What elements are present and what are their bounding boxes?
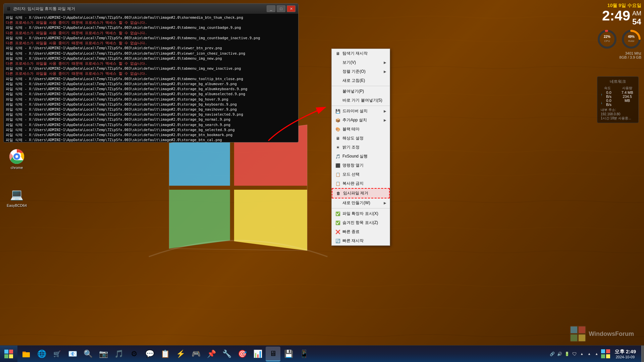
taskbar-app-msg[interactable]: 💬: [142, 347, 157, 361]
taskbar-app-notes[interactable]: 📋: [158, 347, 172, 361]
ctx-item-fxsound[interactable]: 🎵FxSound 실행: [332, 152, 390, 161]
tray-antivirus[interactable]: 🛡: [572, 351, 578, 357]
ctx-item-paste-shortcut[interactable]: 바로 가기 붙여넣기(S): [332, 96, 390, 105]
terminal-maximize[interactable]: □: [277, 5, 285, 12]
ctx-label-driver-install: 드라이버 설치: [342, 108, 382, 114]
terminal-line-8: 파일 삭제 - X:\Users\ADMINI~1\AppData\Local\…: [6, 56, 296, 61]
upload-arrow: ↑: [601, 93, 603, 97]
ctx-label-new: 새로 만들기(W): [342, 200, 382, 206]
tray-date: 2024-10-09: [614, 355, 636, 359]
taskbar-app-mail[interactable]: 📧: [65, 347, 80, 361]
ctx-separator-19: [332, 208, 390, 208]
ctx-item-black-theme[interactable]: 🎨블랙 테마: [332, 125, 390, 134]
tray-clock[interactable]: 오후 2:49 2024-10-09: [612, 349, 639, 359]
ctx-icon-fxsound: 🎵: [335, 154, 340, 159]
windows-forum-watermark: WindowsForum: [570, 326, 634, 342]
desktop: WindowsForum 🎬 OKR플레이어 Reflect실행 E: [0, 0, 644, 362]
ctx-item-temp-remove[interactable]: 🗑임시파일 제거: [332, 188, 390, 198]
terminal-titlebar: 🖥 관리자: 임시파일 휴지통 파일 제거 _ □ ✕: [4, 4, 298, 14]
easybcd-icon: 💻: [9, 186, 25, 202]
tray-battery[interactable]: 🔋: [564, 351, 570, 357]
taskbar-app-terminal[interactable]: 🖥: [266, 347, 280, 361]
ctx-icon-quick-restart: 🔄: [335, 238, 340, 244]
taskbar-pinned-apps: 🌐 🛒 📧 🔍 📷 🎵 ⚙ 💬 📋 ⚡ 🎮 📌 🔧 🎯 📊 🖥 💾 📱: [17, 346, 313, 362]
color-sq-yellow: [606, 354, 610, 358]
ctx-icon-paste-shortcut: [335, 98, 340, 103]
ctx-item-quick-restart[interactable]: 🔄빠른 재시작: [332, 236, 390, 245]
taskbar-app-disk[interactable]: 💾: [281, 347, 296, 361]
ctx-label-resolution: 해상도 설정: [342, 135, 386, 141]
ctx-item-driver-install[interactable]: 💾드라이버 설치▶: [332, 107, 390, 116]
network-panel: 네트워크 속도 ↑ 0.0 B/s ↓ 0.0 B/s 사용량 7.4 MB: [597, 76, 639, 123]
usage-label: 사용량: [620, 86, 635, 90]
ctx-item-cmd-open[interactable]: ⬛명령창 열기: [332, 161, 390, 170]
ctx-item-new[interactable]: 새로 만들기(W)▶: [332, 198, 390, 207]
taskbar-app-files[interactable]: [19, 347, 34, 361]
ctx-item-add-app[interactable]: 📦추가App 설치▶: [332, 116, 390, 125]
svg-rect-6: [579, 335, 585, 341]
ctx-item-duplicate-stop[interactable]: 📋복사완 금지: [332, 179, 390, 188]
tray-app2[interactable]: ▲: [586, 351, 592, 357]
tray-time: 오후 2:49: [614, 349, 636, 355]
terminal-minimize[interactable]: _: [267, 5, 275, 12]
taskbar-app-photos[interactable]: 📷: [96, 347, 111, 361]
ctx-item-show-hidden[interactable]: ✅숨겨진 항목 표시(Z): [332, 218, 390, 227]
ctx-arrow-view: ▶: [384, 61, 386, 64]
tray-app1[interactable]: ▲: [579, 351, 585, 357]
show-desktop-button[interactable]: [641, 346, 644, 362]
ctx-item-resolution[interactable]: 🖥해상도 설정: [332, 134, 390, 143]
terminal-line-22: 파일 삭제 - X:\Users\ADMINI~1\AppData\Local\…: [6, 127, 296, 132]
ctx-icon-mode-select: 📋: [335, 172, 340, 177]
taskbar-app-settings[interactable]: ⚙: [127, 347, 142, 361]
ram-gauge: 49% RAM: [621, 29, 641, 49]
terminal-line-10: 파일 삭제 - X:\Users\ADMINI~1\AppData\Local\…: [6, 66, 296, 71]
ctx-item-brightness[interactable]: ☀밝기 조정: [332, 143, 390, 152]
ctx-item-mode-select[interactable]: 📋모드 선택: [332, 170, 390, 179]
resource-monitors: 22% CPU 49% RAM: [597, 29, 641, 49]
ctx-arrow-new: ▶: [384, 201, 386, 205]
svg-point-16: [599, 31, 615, 48]
terminal-close[interactable]: ✕: [287, 5, 296, 12]
taskbar-app-pin[interactable]: 📌: [204, 347, 219, 361]
taskbar-app-mobile[interactable]: 📱: [297, 347, 311, 361]
taskbar-app-ie[interactable]: 🌐: [34, 347, 49, 361]
tray-volume[interactable]: 🔊: [557, 351, 563, 357]
start-button[interactable]: [0, 346, 17, 362]
terminal-title: 관리자: 임시파일 휴지통 파일 제거: [13, 6, 265, 12]
ctx-item-quick-exit[interactable]: ❌빠른 종료: [332, 227, 390, 236]
ctx-label-black-theme: 블랙 테마: [342, 126, 386, 132]
taskbar-app-game[interactable]: 🎮: [189, 347, 203, 361]
time-display: 2:49: [602, 9, 630, 23]
easybcd-label: EasyBCD64: [7, 203, 27, 207]
tray-app3[interactable]: ▲: [594, 351, 600, 357]
network-row: 속도 ↑ 0.0 B/s ↓ 0.0 B/s 사용량 7.4 MB 234.5 …: [601, 86, 635, 107]
ctx-icon-add-app: 📦: [335, 118, 340, 123]
svg-rect-25: [9, 350, 13, 354]
terminal-line-6: 파일 삭제 - X:\Users\ADMINI~1\AppData\Local\…: [6, 46, 296, 51]
terminal-line-1: 다른 프로세스가 파일을 사용 중이기 때문에 프로세스가 액세스 할 수 없습…: [6, 20, 296, 25]
tray-network[interactable]: 🔗: [549, 351, 555, 357]
taskbar-app-search[interactable]: 🔍: [80, 347, 95, 361]
ctx-item-paste[interactable]: 붙여넣기(P): [332, 87, 390, 96]
taskbar-app-store[interactable]: 🛒: [50, 347, 64, 361]
taskbar-app-music[interactable]: 🎵: [111, 347, 126, 361]
taskbar-app-tools[interactable]: 🔧: [219, 347, 234, 361]
ctx-item-explorer-restart[interactable]: 🖥탐색기 재시작: [332, 49, 390, 58]
ctx-item-view[interactable]: 보기(V)▶: [332, 58, 390, 67]
taskbar-app-target[interactable]: 🎯: [235, 347, 250, 361]
taskbar-app-power[interactable]: ⚡: [173, 347, 188, 361]
color-sq-blue: [601, 349, 605, 353]
tray-windows-squares[interactable]: [601, 349, 610, 359]
desktop-icon-chrome[interactable]: chrome: [3, 147, 30, 171]
ctx-item-show-extensions[interactable]: ✅파일 확장자 표시(X): [332, 209, 390, 218]
taskbar-app-chart[interactable]: 📊: [250, 347, 265, 361]
ctx-arrow-driver-install: ▶: [384, 109, 386, 113]
svg-text:RAM: RAM: [628, 40, 634, 43]
terminal-line-3: 다른 프로세스가 파일을 사용 중이기 때문에 프로세스가 액세스 할 수 없습…: [6, 31, 296, 36]
chrome-icon: [9, 148, 25, 165]
ctx-label-duplicate-stop: 복사완 금지: [342, 181, 386, 186]
desktop-icon-easybcd[interactable]: 💻 EasyBCD64: [3, 185, 30, 209]
ctx-item-refresh[interactable]: 새로 고침(E): [332, 76, 390, 85]
ctx-item-sort[interactable]: 정렬 기준(O)▶: [332, 67, 390, 76]
ctx-label-brightness: 밝기 조정: [342, 144, 386, 150]
